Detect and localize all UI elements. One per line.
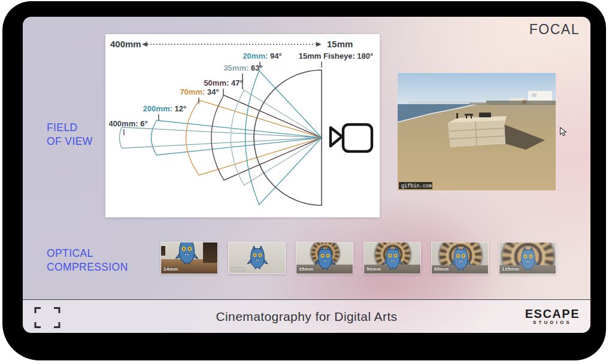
- thumb-focal-label: 50mm: [366, 266, 381, 272]
- field-of-view-label: FIELD OF VIEW: [47, 121, 93, 148]
- scale-arrow-right-icon: [316, 42, 322, 47]
- beach-gif-still: gifbin.com: [398, 73, 556, 190]
- thumb-doorway: [203, 242, 217, 263]
- toy-figure-icon: [247, 245, 268, 270]
- cone-label-15mm-fisheye: 15mm Fisheye: 180°: [299, 51, 373, 60]
- scale-right-label: 15mm: [327, 39, 353, 49]
- fov-cone-200mm: [152, 120, 322, 155]
- compression-thumb-85mm: 85mm: [431, 242, 489, 274]
- slide-footer-title: Cinematography for Digital Arts: [23, 310, 590, 324]
- cone-label-70mm: 70mm: 34°: [180, 87, 219, 96]
- optical-compression-label: OPTICAL COMPRESSION: [47, 247, 128, 274]
- logo-studios-text: STUDIOS: [525, 320, 580, 325]
- cone-label-35mm: 35mm: 63°: [223, 63, 262, 72]
- mouse-cursor-icon: [559, 127, 567, 137]
- compression-thumb-14mm: 14mm: [160, 242, 218, 274]
- thumb-focal-label: 135mm: [502, 266, 519, 272]
- photo-watermark: gifbin.com: [399, 182, 432, 189]
- thumb-focal-label: 35mm: [299, 266, 313, 272]
- compression-thumb-50mm: 50mm: [363, 242, 421, 274]
- cone-label-20mm: 20mm: 94°: [243, 51, 281, 60]
- thumb-wall-object: [161, 246, 165, 256]
- svg-text:gifbin.com: gifbin.com: [401, 183, 432, 189]
- slide: FOCAL FIELD OF VIEW 400mm 15mm 400mm: 6°…: [23, 17, 590, 333]
- focal-range-scale: 400mm 15mm: [110, 39, 353, 49]
- cone-label-400mm: 400mm: 6°: [108, 119, 147, 128]
- thumb-focal-label: 14mm: [163, 266, 178, 272]
- toy-figure-icon: [175, 242, 199, 265]
- scale-left-label: 400mm: [110, 39, 141, 49]
- scale-arrow-left-icon: [142, 42, 147, 47]
- photo-city-skyline: [408, 101, 471, 104]
- cone-label-200mm: 200mm: 12°: [143, 104, 186, 113]
- escape-studios-logo: ESCAPE STUDIOS: [525, 308, 580, 325]
- fov-diagram-panel: 400mm 15mm 400mm: 6°200mm: 12°70mm: 34°5…: [105, 34, 380, 217]
- compression-thumb-35mm: 35mm: [296, 242, 353, 274]
- fov-cone-20mm: [246, 71, 322, 205]
- video-camera-icon: [331, 125, 372, 151]
- fov-cone-400mm: [120, 128, 322, 148]
- footer-bar: Cinematography for Digital Arts ESCAPE S…: [23, 299, 590, 333]
- cone-label-50mm: 50mm: 47°: [204, 78, 243, 87]
- compression-thumb-24mm: 24mm: [228, 242, 286, 274]
- fov-diagram: 400mm 15mm 400mm: 6°200mm: 12°70mm: 34°5…: [105, 34, 380, 217]
- logo-escape-text: ESCAPE: [525, 308, 580, 320]
- toy-figure-icon: [314, 245, 336, 271]
- fov-cone-50mm: [211, 95, 322, 180]
- thumb-focal-label: 24mm: [231, 266, 246, 272]
- compression-thumb-135mm: 135mm: [499, 242, 556, 274]
- slide-heading: FOCAL: [529, 22, 580, 38]
- thumb-focal-label: 85mm: [434, 266, 449, 272]
- photo-sand: [398, 104, 556, 190]
- fov-cone-15mm-fisheye: [254, 70, 322, 205]
